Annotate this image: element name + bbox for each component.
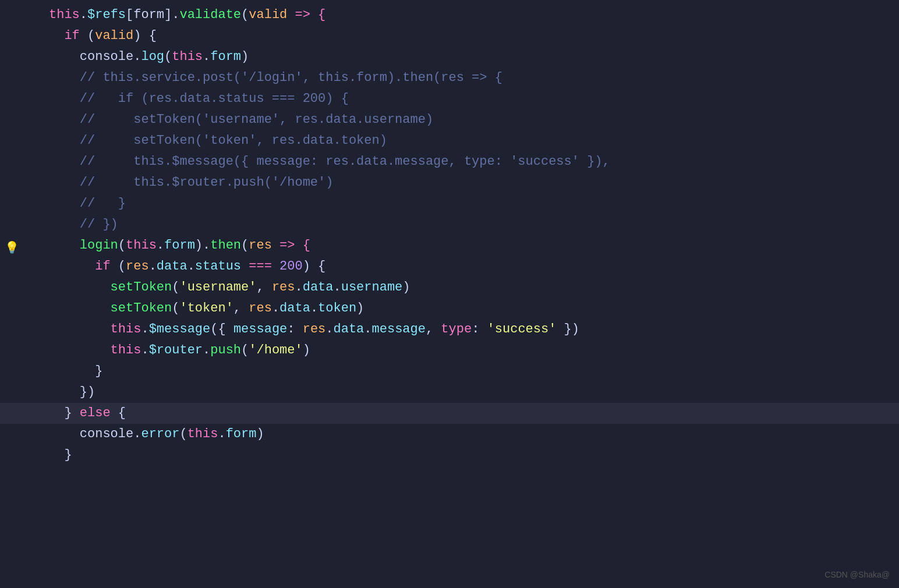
code-line: // }) (0, 214, 899, 235)
token-punct: ) (303, 343, 310, 357)
token-param: res (303, 322, 326, 336)
token-punct: ) (402, 280, 410, 295)
token-comment: // setToken('token', res.data.token) (49, 133, 387, 148)
token-punct: , (426, 322, 441, 336)
token-fn: login (49, 238, 118, 253)
line-content: // this.service.post('/login', this.form… (47, 68, 899, 88)
line-content: } else { (47, 403, 899, 423)
token-param: res (249, 238, 272, 253)
token-type-kw: type (441, 322, 472, 336)
token-punct: } (49, 364, 102, 378)
token-prop: data (157, 259, 187, 274)
token-param: valid (95, 29, 133, 43)
token-punct: ) (256, 427, 264, 441)
code-line: console.log(this.form) (0, 47, 899, 68)
token-punct: . (334, 280, 341, 295)
token-punct: ( (241, 343, 249, 357)
token-str: 'token' (179, 301, 233, 316)
token-punct: . (203, 343, 210, 357)
token-this-kw: this (187, 427, 218, 441)
line-content: } (47, 361, 899, 381)
token-fn: setToken (49, 280, 172, 295)
token-punct: ) (356, 301, 364, 316)
token-kw: if (49, 259, 111, 274)
code-line: }) (0, 382, 899, 403)
token-punct: : (287, 322, 302, 336)
line-content: // if (res.data.status === 200) { (47, 88, 899, 109)
token-punct: ). (195, 238, 210, 253)
code-line: // this.$message({ message: res.data.mes… (0, 151, 899, 172)
code-lines: this.$refs[form].validate(valid => { if … (0, 0, 899, 470)
code-line: // if (res.data.status === 200) { (0, 88, 899, 109)
code-line: console.error(this.form) (0, 424, 899, 445)
token-this-kw: this (126, 238, 157, 253)
token-punct: ( (164, 49, 172, 64)
token-this-kw: this (172, 49, 203, 64)
code-line: this.$refs[form].validate(valid => { (0, 5, 899, 26)
token-punct: } (49, 448, 72, 462)
token-prop: form (210, 49, 241, 64)
line-content: console.error(this.form) (47, 424, 899, 444)
code-line: } (0, 361, 899, 382)
token-comment: // if (res.data.status === 200) { (49, 91, 349, 106)
line-content: }) (47, 382, 899, 402)
line-content: this.$message({ message: res.data.messag… (47, 319, 899, 339)
code-line: // this.$router.push('/home') (0, 172, 899, 193)
token-punct: }) (556, 322, 579, 336)
token-this-kw: this (49, 343, 141, 357)
token-punct: . (272, 301, 279, 316)
token-punct: ( (111, 259, 126, 274)
token-punct: ( (118, 238, 126, 253)
line-content: login(this.form).then(res => { (47, 235, 899, 256)
token-comment: // this.service.post('/login', this.form… (49, 70, 502, 85)
token-punct: } (49, 406, 80, 420)
token-var: console (49, 49, 133, 64)
token-punct: ( (241, 8, 249, 22)
token-str: 'username' (179, 280, 256, 295)
token-prop: data (334, 322, 364, 336)
token-punct: ({ (210, 322, 233, 336)
code-line: this.$message({ message: res.data.messag… (0, 319, 899, 340)
line-content: } (47, 445, 899, 465)
line-content: // } (47, 193, 899, 214)
code-line: this.$router.push('/home') (0, 340, 899, 361)
token-comment: // } (49, 196, 126, 211)
line-content: // setToken('token', res.data.token) (47, 130, 899, 151)
token-punct: . (141, 322, 148, 336)
token-prop: status (195, 259, 241, 274)
token-punct: . (157, 238, 164, 253)
token-punct: . (203, 49, 210, 64)
token-prop: form (226, 427, 257, 441)
token-punct: . (364, 322, 371, 336)
token-str: '/home' (249, 343, 302, 357)
token-prop: message (372, 322, 426, 336)
token-punct: ) (241, 49, 249, 64)
token-punct: ( (172, 280, 179, 295)
token-param: valid (249, 8, 287, 22)
code-line: // this.service.post('/login', this.form… (0, 68, 899, 88)
token-punct: . (325, 322, 333, 336)
bulb-icon[interactable]: 💡 (5, 239, 19, 258)
token-punct: ( (241, 238, 249, 253)
code-line: if (res.data.status === 200) { (0, 256, 899, 277)
token-comment: , (603, 154, 610, 169)
token-prop: $router (149, 343, 203, 357)
token-punct: ) { (303, 259, 326, 274)
token-comment: // this.$router.push('/home') (49, 175, 333, 190)
token-prop: data (303, 280, 334, 295)
token-comment: // }) (49, 217, 118, 232)
token-log-fn: log (141, 49, 164, 64)
code-line: setToken('username', res.data.username) (0, 277, 899, 298)
token-punct: ) { (133, 29, 157, 43)
token-fn: validate (179, 8, 241, 22)
token-param: res (249, 301, 272, 316)
line-content: // this.$router.push('/home') (47, 172, 899, 193)
token-punct: , (233, 301, 249, 316)
line-content: this.$refs[form].validate(valid => { (47, 5, 899, 25)
token-punct: ]. (164, 8, 179, 22)
code-line: if (valid) { (0, 26, 899, 47)
token-punct: ( (80, 29, 95, 43)
line-content: setToken('username', res.data.username) (47, 277, 899, 297)
token-punct: . (133, 49, 141, 64)
code-line: // setToken('username', res.data.usernam… (0, 109, 899, 130)
